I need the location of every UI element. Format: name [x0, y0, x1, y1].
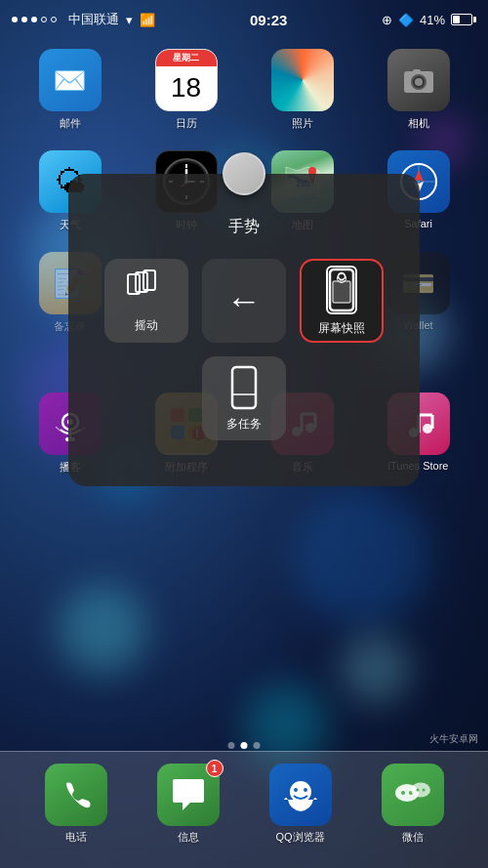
- messages-badge: 1: [206, 760, 224, 777]
- at-multitask-label: 多任务: [226, 416, 262, 433]
- status-time: 09:23: [250, 12, 287, 28]
- signal-dot-5: [51, 17, 57, 22]
- calendar-weekday: 星期二: [156, 50, 217, 66]
- svg-point-51: [294, 788, 298, 792]
- app-camera[interactable]: 相机: [380, 49, 458, 131]
- at-screenshot-button[interactable]: 屏幕快照: [300, 259, 384, 343]
- messages-icon: [169, 775, 208, 814]
- at-grid: 摇动 ← 屏幕快照 多任务: [102, 257, 386, 442]
- qq-svg: [280, 774, 321, 815]
- svg-point-58: [422, 789, 425, 792]
- svg-point-54: [401, 791, 405, 795]
- dock-label-messages: 信息: [178, 830, 199, 845]
- at-empty2: [300, 356, 384, 440]
- dock-messages[interactable]: 1 信息: [153, 764, 224, 845]
- svg-rect-4: [413, 69, 421, 73]
- dock-icon-wechat: [382, 764, 444, 826]
- app-mail[interactable]: ✉️ 邮件: [31, 49, 109, 131]
- at-shake-button[interactable]: 摇动: [104, 259, 188, 343]
- status-left: 中国联通 ▾ 📶: [12, 11, 155, 28]
- at-arrow-icon: ←: [226, 280, 262, 321]
- app-label-photos: 照片: [292, 116, 313, 131]
- page-dot-1: [228, 742, 235, 749]
- signal-dot-4: [41, 17, 47, 22]
- app-label-camera: 相机: [408, 116, 429, 131]
- multitask-icon: [230, 365, 258, 410]
- screenshot-icon: [326, 266, 357, 314]
- app-label-mail: 邮件: [60, 116, 81, 131]
- svg-point-3: [415, 78, 423, 86]
- at-empty1: [104, 356, 188, 440]
- at-screenshot-label: 屏幕快照: [318, 320, 365, 337]
- at-home-button[interactable]: [223, 152, 265, 195]
- app-icon-camera: [387, 49, 450, 111]
- svg-rect-47: [333, 281, 350, 303]
- camera-svg: [401, 62, 436, 98]
- carrier-label: 中国联通: [68, 11, 119, 28]
- phone-icon: [59, 777, 94, 812]
- signal-dot-1: [12, 17, 18, 22]
- app-icon-calendar: 星期二 18: [155, 49, 218, 111]
- dock-icon-phone: [45, 764, 107, 826]
- app-icon-mail: ✉️: [39, 49, 102, 111]
- at-back-button[interactable]: ←: [202, 259, 286, 343]
- signal-dot-3: [31, 17, 37, 22]
- app-photos[interactable]: 照片: [264, 49, 342, 131]
- status-bar: 中国联通 ▾ 📶 09:23 ⊕ 🔷 41%: [0, 0, 488, 39]
- svg-point-46: [339, 272, 346, 279]
- svg-point-56: [411, 783, 430, 798]
- svg-rect-48: [232, 367, 256, 408]
- at-shake-label: 摇动: [135, 317, 158, 334]
- svg-point-52: [304, 788, 307, 792]
- watermark: 火牛安卓网: [429, 732, 478, 746]
- shake-icon: [125, 269, 168, 311]
- app-row-1: ✉️ 邮件 星期二 18 日历 照片: [12, 49, 476, 131]
- location-icon: ⊕: [382, 13, 392, 27]
- dock-wechat[interactable]: 微信: [378, 764, 448, 845]
- wechat-svg: [391, 773, 434, 816]
- signal-dot-2: [21, 17, 27, 22]
- app-label-calendar: 日历: [176, 116, 197, 131]
- calendar-day: 18: [171, 66, 201, 110]
- at-title: 手势: [228, 217, 260, 237]
- assistive-touch-overlay: 手势 摇动 ← 屏幕快照: [68, 174, 420, 486]
- dock-label-qq: QQ浏览器: [275, 830, 324, 845]
- page-dot-2: [241, 742, 248, 749]
- page-dots: [228, 742, 261, 749]
- dock-label-phone: 电话: [65, 830, 87, 845]
- dock: 电话 1 信息 QQ浏览器: [0, 751, 488, 868]
- status-right: ⊕ 🔷 41%: [382, 13, 476, 27]
- dock-label-wechat: 微信: [402, 830, 424, 845]
- dock-qq[interactable]: QQ浏览器: [265, 764, 336, 845]
- app-icon-photos: [271, 49, 334, 111]
- page-dot-3: [254, 742, 261, 749]
- dock-icon-messages: 1: [157, 764, 220, 826]
- svg-point-57: [416, 789, 419, 792]
- screenshot-phone-svg: [328, 268, 355, 312]
- app-calendar[interactable]: 星期二 18 日历: [147, 49, 225, 131]
- bluetooth-icon: 🔷: [398, 13, 414, 27]
- battery-percent: 41%: [420, 13, 445, 27]
- battery-indicator: [451, 14, 476, 25]
- at-multitask-button[interactable]: 多任务: [202, 356, 286, 440]
- dock-icon-qq: [269, 764, 332, 826]
- dock-phone[interactable]: 电话: [41, 764, 111, 845]
